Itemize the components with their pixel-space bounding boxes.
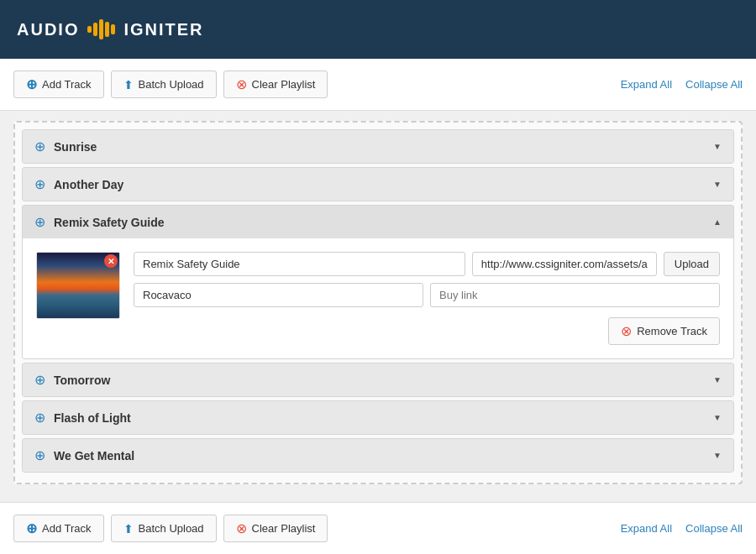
track-header-flash[interactable]: ⊕ Flash of Light ▼	[22, 400, 734, 435]
bottom-toolbar-left: ⊕ Add Track ⬆ Batch Upload ⊗ Clear Playl…	[13, 515, 328, 542]
artist-input[interactable]	[134, 283, 423, 307]
track-header-tomorrow[interactable]: ⊕ Tomorrow ▼	[22, 363, 734, 397]
logo-right-text: IGNITER	[123, 20, 203, 39]
track-title-remix: Remix Safety Guide	[54, 216, 165, 229]
bottom-toolbar-right: Expand All Collapse All	[621, 522, 743, 535]
track-item-1: ⊕ Sunrise ▼	[22, 129, 734, 164]
bottom-expand-all-button[interactable]: Expand All	[621, 522, 672, 535]
clear-playlist-label: Clear Playlist	[252, 78, 316, 91]
bottom-add-icon: ⊕	[26, 520, 37, 536]
bar1	[87, 26, 92, 33]
chevron-mental: ▼	[713, 451, 722, 460]
track-header-left-remix: ⊕ Remix Safety Guide	[34, 214, 165, 230]
track-body-content-remix: ✕ Upload	[36, 252, 720, 345]
chevron-another-day: ▼	[713, 180, 722, 189]
chevron-flash: ▼	[713, 413, 722, 422]
clear-icon: ⊗	[236, 76, 247, 92]
chevron-sunrise: ▼	[713, 142, 722, 151]
buy-link-input[interactable]	[430, 283, 720, 307]
song-title-input[interactable]	[134, 252, 465, 276]
bottom-add-track-label: Add Track	[42, 522, 92, 535]
remove-track-label: Remove Track	[637, 325, 707, 337]
upload-audio-label: Upload	[675, 258, 709, 270]
audio-url-input[interactable]	[472, 252, 657, 276]
top-toolbar: ⊕ Add Track ⬆ Batch Upload ⊗ Clear Playl…	[0, 59, 756, 111]
drag-handle-sunrise[interactable]: ⊕	[34, 138, 45, 154]
toolbar-left: ⊕ Add Track ⬆ Batch Upload ⊗ Clear Playl…	[13, 71, 328, 98]
track-title-tomorrow: Tomorrow	[54, 374, 110, 387]
track-header-left-mental: ⊕ We Get Mental	[34, 447, 134, 463]
drag-handle-mental[interactable]: ⊕	[34, 447, 45, 463]
bottom-add-track-button[interactable]: ⊕ Add Track	[13, 515, 104, 542]
artist-buylink-row	[134, 283, 720, 307]
bar4	[105, 22, 109, 37]
track-title-another-day: Another Day	[54, 178, 123, 191]
bar5	[111, 24, 115, 34]
upload-icon: ⬆	[123, 78, 134, 91]
chevron-tomorrow: ▼	[713, 375, 722, 384]
track-item-6: ⊕ We Get Mental ▼	[22, 438, 734, 473]
track-header-sunrise[interactable]: ⊕ Sunrise ▼	[22, 129, 734, 164]
bottom-collapse-all-button[interactable]: Collapse All	[685, 522, 743, 535]
track-title-mental: We Get Mental	[54, 449, 134, 463]
bottom-toolbar: ⊕ Add Track ⬆ Batch Upload ⊗ Clear Playl…	[0, 502, 756, 554]
track-actions-remix: ⊗ Remove Track	[134, 317, 720, 345]
playlist-container: ⊕ Sunrise ▼ ⊕ Another Day ▼ ⊕ Remix Sa	[13, 121, 743, 484]
track-title-sunrise: Sunrise	[54, 140, 97, 154]
logo: AUDIO IGNITER	[17, 19, 204, 39]
clear-playlist-button[interactable]: ⊗ Clear Playlist	[223, 71, 328, 98]
add-track-button[interactable]: ⊕ Add Track	[13, 71, 104, 98]
batch-upload-button[interactable]: ⬆ Batch Upload	[111, 71, 217, 98]
track-fields-remix: Upload ⊗ Remove Track	[134, 252, 720, 345]
add-track-label: Add Track	[42, 78, 92, 91]
track-item-2: ⊕ Another Day ▼	[22, 167, 734, 201]
logo-left-text: AUDIO	[17, 20, 79, 39]
logo-icon	[87, 19, 115, 39]
track-item-5: ⊕ Flash of Light ▼	[22, 400, 734, 435]
track-body-remix: ✕ Upload	[22, 238, 734, 359]
add-icon: ⊕	[26, 76, 37, 92]
track-item-4: ⊕ Tomorrow ▼	[22, 363, 734, 397]
track-header-left-another-day: ⊕ Another Day	[34, 176, 123, 192]
collapse-all-button[interactable]: Collapse All	[685, 78, 743, 91]
bottom-batch-upload-button[interactable]: ⬆ Batch Upload	[111, 515, 217, 542]
thumbnail-remove-button[interactable]: ✕	[104, 254, 118, 268]
track-header-left-tomorrow: ⊕ Tomorrow	[34, 372, 110, 388]
bar3	[99, 19, 103, 39]
remove-track-button[interactable]: ⊗ Remove Track	[608, 317, 720, 345]
track-header-left-flash: ⊕ Flash of Light	[34, 410, 131, 426]
drag-handle-flash[interactable]: ⊕	[34, 410, 45, 426]
bar2	[93, 23, 97, 36]
track-thumbnail-remix: ✕	[36, 252, 120, 319]
toolbar-right: Expand All Collapse All	[621, 78, 743, 91]
header: AUDIO IGNITER	[0, 0, 756, 59]
track-header-another-day[interactable]: ⊕ Another Day ▼	[22, 167, 734, 201]
remove-track-icon: ⊗	[621, 323, 632, 339]
bottom-clear-playlist-button[interactable]: ⊗ Clear Playlist	[223, 515, 328, 542]
track-header-left-sunrise: ⊕ Sunrise	[34, 138, 97, 154]
main-content: ⊕ Sunrise ▼ ⊕ Another Day ▼ ⊕ Remix Sa	[0, 111, 756, 554]
track-header-remix[interactable]: ⊕ Remix Safety Guide ▲	[22, 205, 734, 238]
batch-upload-label: Batch Upload	[139, 78, 204, 91]
track-header-mental[interactable]: ⊕ We Get Mental ▼	[22, 438, 734, 473]
title-url-row: Upload	[134, 252, 720, 276]
bottom-clear-icon: ⊗	[236, 520, 247, 536]
bottom-clear-playlist-label: Clear Playlist	[252, 522, 316, 535]
expand-all-button[interactable]: Expand All	[621, 78, 672, 91]
bottom-batch-upload-label: Batch Upload	[139, 522, 204, 535]
drag-handle-another-day[interactable]: ⊕	[34, 176, 45, 192]
drag-handle-tomorrow[interactable]: ⊕	[34, 372, 45, 388]
track-title-flash: Flash of Light	[54, 411, 131, 425]
bottom-upload-icon: ⬆	[123, 522, 134, 536]
track-item-3: ⊕ Remix Safety Guide ▲ ✕	[22, 205, 734, 359]
chevron-remix: ▲	[713, 217, 722, 227]
drag-handle-remix[interactable]: ⊕	[34, 214, 45, 230]
upload-audio-button[interactable]: Upload	[664, 252, 720, 276]
